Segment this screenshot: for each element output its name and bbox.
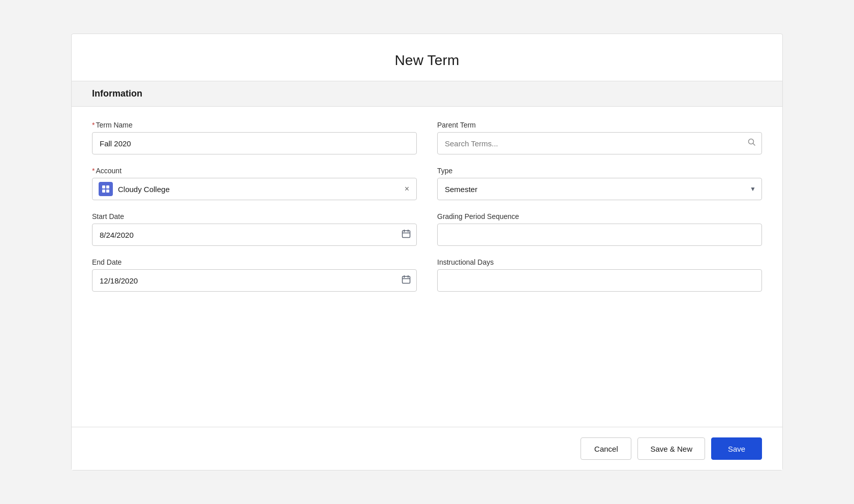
parent-term-input[interactable]: [437, 132, 762, 154]
cancel-button[interactable]: Cancel: [581, 437, 631, 460]
save-new-button[interactable]: Save & New: [637, 437, 705, 460]
form-row-3: Start Date Grading Period Sequence: [92, 212, 762, 246]
save-button[interactable]: Save: [711, 437, 762, 460]
parent-term-group: Parent Term: [437, 121, 762, 154]
svg-rect-5: [106, 190, 109, 193]
end-date-input[interactable]: [92, 269, 417, 292]
account-name: Cloudy College: [118, 185, 399, 194]
form-row-1: * Term Name Parent Term: [92, 121, 762, 154]
type-label: Type: [437, 167, 762, 175]
section-title: Information: [92, 88, 142, 99]
account-field[interactable]: Cloudy College ×: [92, 178, 417, 200]
account-icon: [99, 182, 113, 196]
required-star-account: *: [92, 167, 95, 175]
account-label: * Account: [92, 167, 417, 175]
type-group: Type Semester Quarter Mini-Term Custom ▼: [437, 167, 762, 200]
modal-footer: Cancel Save & New Save: [72, 427, 782, 470]
modal-header: New Term: [72, 34, 782, 81]
modal: New Term Information * Term Name Parent …: [71, 34, 783, 470]
start-date-input-wrapper: [92, 224, 417, 246]
term-name-input[interactable]: [92, 132, 417, 154]
instructional-days-input[interactable]: [437, 269, 762, 292]
modal-title: New Term: [92, 52, 762, 69]
end-date-input-wrapper: [92, 269, 417, 292]
form-body: * Term Name Parent Term: [72, 107, 782, 427]
term-name-group: * Term Name: [92, 121, 417, 154]
grading-period-label: Grading Period Sequence: [437, 212, 762, 220]
svg-rect-4: [102, 190, 105, 193]
parent-term-label: Parent Term: [437, 121, 762, 129]
instructional-days-group: Instructional Days: [437, 258, 762, 292]
svg-rect-3: [106, 185, 109, 188]
section-header: Information: [72, 81, 782, 107]
grading-period-input[interactable]: [437, 224, 762, 246]
start-date-input[interactable]: [92, 224, 417, 246]
type-select[interactable]: Semester Quarter Mini-Term Custom: [437, 178, 762, 200]
start-date-label: Start Date: [92, 212, 417, 220]
account-clear-button[interactable]: ×: [404, 184, 410, 194]
instructional-days-label: Instructional Days: [437, 258, 762, 266]
grading-period-group: Grading Period Sequence: [437, 212, 762, 246]
term-name-label: * Term Name: [92, 121, 417, 129]
form-row-2: * Account Cloudy College ×: [92, 167, 762, 200]
account-group: * Account Cloudy College ×: [92, 167, 417, 200]
type-select-wrapper: Semester Quarter Mini-Term Custom ▼: [437, 178, 762, 200]
required-star-term-name: *: [92, 121, 95, 129]
form-row-4: End Date Instructional Days: [92, 258, 762, 292]
parent-term-search-wrapper: [437, 132, 762, 154]
end-date-group: End Date: [92, 258, 417, 292]
start-date-group: Start Date: [92, 212, 417, 246]
svg-rect-2: [102, 185, 105, 188]
end-date-label: End Date: [92, 258, 417, 266]
